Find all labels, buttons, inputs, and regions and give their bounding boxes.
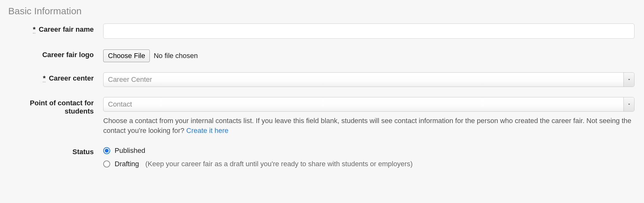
- row-career-fair-logo: Career fair logo Choose File No file cho…: [8, 49, 636, 62]
- status-option-hint: (Keep your career fair as a draft until …: [145, 160, 413, 168]
- create-contact-link[interactable]: Create it here: [186, 127, 228, 134]
- required-marker: *: [43, 75, 46, 82]
- status-option-published[interactable]: Published: [103, 147, 635, 155]
- row-point-of-contact: Point of contact for students Contact Ch…: [8, 97, 636, 136]
- row-career-fair-name: * Career fair name: [8, 23, 636, 39]
- contact-placeholder: Contact: [108, 100, 132, 108]
- status-radio-group: Published Drafting (Keep your career fai…: [103, 146, 635, 168]
- contact-help-text: Choose a contact from your internal cont…: [103, 116, 635, 136]
- label-text: Career fair name: [39, 25, 94, 33]
- basic-information-section: Basic Information * Career fair name Car…: [0, 0, 644, 180]
- contact-help-pre: Choose a contact from your internal cont…: [103, 117, 631, 134]
- career-center-select[interactable]: Career Center: [103, 72, 635, 87]
- row-career-center: * Career center Career Center: [8, 72, 636, 87]
- label-text: Career fair logo: [42, 51, 94, 59]
- status-option-label: Published: [115, 147, 145, 155]
- radio-icon: [103, 160, 110, 167]
- label-career-fair-name: * Career fair name: [8, 23, 103, 34]
- file-chosen-status: No file chosen: [154, 52, 198, 60]
- contact-select[interactable]: Contact: [103, 97, 635, 112]
- label-career-fair-logo: Career fair logo: [8, 49, 103, 59]
- radio-icon: [103, 147, 110, 154]
- career-fair-name-input[interactable]: [103, 23, 635, 39]
- status-option-drafting[interactable]: Drafting (Keep your career fair as a dra…: [103, 160, 635, 168]
- row-status: Status Published Drafting (Keep your car…: [8, 146, 636, 168]
- label-status: Status: [8, 146, 103, 156]
- label-point-of-contact: Point of contact for students: [8, 97, 103, 115]
- label-text: Point of contact for students: [30, 99, 94, 115]
- status-option-label: Drafting: [115, 160, 139, 168]
- required-marker: *: [33, 26, 36, 33]
- label-text: Career center: [49, 74, 94, 82]
- label-text: Status: [73, 148, 94, 156]
- section-heading: Basic Information: [8, 6, 636, 16]
- label-career-center: * Career center: [8, 72, 103, 82]
- choose-file-button[interactable]: Choose File: [103, 49, 150, 62]
- career-center-placeholder: Career Center: [108, 75, 152, 84]
